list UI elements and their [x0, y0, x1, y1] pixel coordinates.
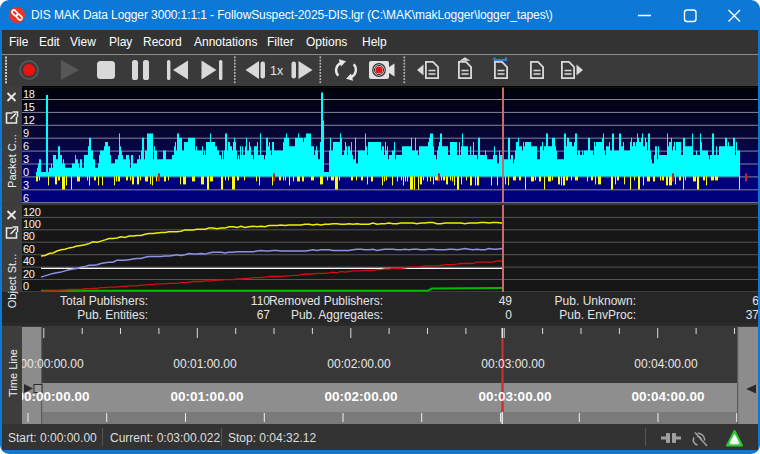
svg-text:1x: 1x — [270, 64, 284, 78]
